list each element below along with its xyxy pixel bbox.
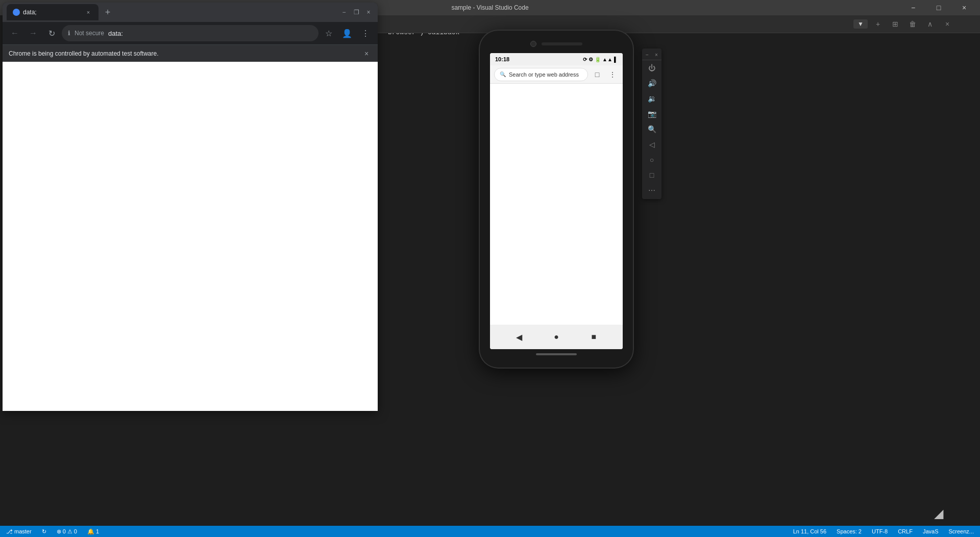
chrome-tab-close-btn[interactable]: × — [84, 8, 92, 16]
chrome-restore-btn[interactable]: ❐ — [351, 7, 361, 17]
phone-back-btn[interactable]: ◀ — [513, 331, 525, 343]
signal-icon: ▌ — [614, 57, 618, 62]
phone-address-lock-icon: 🔍 — [500, 71, 506, 77]
phone-speaker — [542, 42, 582, 45]
phone-address-text: Search or type web address — [509, 71, 579, 78]
expand-btn[interactable]: ∧ — [923, 17, 937, 31]
phone-menu-btn[interactable]: ⋮ — [606, 68, 619, 81]
chrome-infobar: Chrome is being controlled by automated … — [3, 44, 378, 62]
battery-icon: 🔋 — [595, 57, 601, 62]
zoom-icon: 🔍 — [648, 125, 656, 133]
chrome-tab-active[interactable]: data; × — [7, 4, 99, 20]
vscode-window-controls: − □ × — [901, 0, 976, 15]
split-editor-btn[interactable]: ⊞ — [888, 17, 902, 31]
line-endings-label: CRLF — [898, 528, 913, 534]
ln-col-label: Ln 11, Col 56 — [793, 528, 826, 534]
tool-back-btn[interactable]: ◁ — [644, 137, 659, 152]
chrome-infobar-close-btn[interactable]: × — [361, 48, 372, 59]
phone-recent-btn[interactable]: ■ — [587, 331, 600, 343]
encoding-item[interactable]: UTF-8 — [870, 526, 890, 537]
back-icon: ← — [11, 29, 19, 38]
settings-icon: ⚙ — [589, 57, 593, 62]
language-item[interactable]: JavaS — [921, 526, 941, 537]
notifications-item[interactable]: 🔔 1 — [85, 526, 101, 537]
tool-volume-up-btn[interactable]: 🔊 — [644, 76, 659, 91]
chrome-minimize-btn[interactable]: − — [339, 7, 349, 17]
toolbar-dropdown[interactable]: ▼ — [853, 19, 868, 29]
screenshot-label: Screenz... — [948, 528, 974, 534]
language-label: JavaS — [923, 528, 939, 534]
vscode-close-btn[interactable]: × — [952, 0, 976, 15]
statusbar-left: ⎇ master ↻ ⊗ 0 ⚠ 0 🔔 1 — [4, 526, 101, 537]
chrome-address-bar[interactable]: ℹ Not secure data: — [62, 25, 318, 41]
git-branch-icon: ⎇ — [6, 528, 13, 535]
volume-down-icon: 🔉 — [648, 94, 656, 103]
vscode-maximize-btn[interactable]: □ — [927, 0, 950, 15]
more-icon: ⋮ — [361, 29, 370, 38]
chrome-titlebar: data; × + − ❐ × — [3, 3, 378, 22]
chrome-back-btn[interactable]: ← — [7, 25, 23, 41]
chrome-reload-btn[interactable]: ↻ — [43, 25, 60, 41]
chrome-more-btn[interactable]: ⋮ — [357, 25, 374, 41]
phone-address-bar[interactable]: 🔍 Search or type web address — [494, 68, 588, 81]
reload-icon: ↻ — [48, 29, 55, 38]
line-endings-item[interactable]: CRLF — [896, 526, 915, 537]
spaces-label: Spaces: 2 — [837, 528, 862, 534]
warnings-count: 0 — [74, 528, 77, 534]
tool-power-btn[interactable]: ⏻ — [644, 60, 659, 76]
spaces-item[interactable]: Spaces: 2 — [835, 526, 864, 537]
warning-icon: ⚠ — [67, 528, 72, 535]
phone-statusbar: 10:18 ⟳ ⚙ 🔋 ▲▲ ▌ — [490, 53, 623, 65]
phone-home-btn[interactable]: ● — [550, 331, 562, 343]
tool-volume-down-btn[interactable]: 🔉 — [644, 91, 659, 106]
bookmark-icon: ☆ — [325, 29, 332, 38]
more-icon: ⋯ — [648, 186, 655, 194]
errors-item[interactable]: ⊗ 0 ⚠ 0 — [55, 526, 79, 537]
screenshot-item[interactable]: Screenz... — [946, 526, 976, 537]
vscode-top-toolbar: ▼ + ⊞ 🗑 ∧ × — [378, 15, 980, 33]
errors-count: 0 — [63, 528, 66, 534]
phone-top-bar — [485, 41, 628, 47]
close-icon: × — [366, 9, 370, 16]
tool-home-btn[interactable]: ○ — [644, 152, 659, 167]
device-tools-header: − × — [642, 50, 662, 60]
add-btn[interactable]: + — [871, 17, 885, 31]
camera-icon: 📷 — [648, 110, 656, 118]
tool-camera-btn[interactable]: 📷 — [644, 106, 659, 121]
chrome-bookmark-btn[interactable]: ☆ — [321, 25, 337, 41]
phone-browser-bar: 🔍 Search or type web address □ ⋮ — [490, 65, 623, 84]
tool-overview-btn[interactable]: □ — [644, 167, 659, 183]
tools-close-btn[interactable]: × — [652, 51, 660, 59]
vscode-editor: browser') callback — [378, 15, 980, 526]
notifications-count: 1 — [96, 528, 99, 534]
statusbar-right: Ln 11, Col 56 Spaces: 2 UTF-8 CRLF JavaS… — [791, 526, 976, 537]
chrome-forward-btn[interactable]: → — [25, 25, 41, 41]
git-branch-item[interactable]: ⎇ master — [4, 526, 34, 537]
chrome-content-area — [3, 62, 378, 411]
delete-btn[interactable]: 🗑 — [905, 17, 920, 31]
bell-icon: 🔔 — [87, 528, 94, 535]
chrome-new-tab-btn[interactable]: + — [101, 5, 115, 19]
vscode-minimize-btn[interactable]: − — [901, 0, 925, 15]
wifi-icon: ▲▲ — [602, 57, 612, 62]
home-icon: ○ — [650, 156, 654, 164]
tool-more-btn[interactable]: ⋯ — [644, 183, 659, 198]
git-sync-item[interactable]: ↻ — [40, 526, 48, 537]
back-icon: ◁ — [649, 140, 655, 149]
phone-bottom — [536, 349, 577, 359]
phone-tabs-btn[interactable]: □ — [591, 68, 603, 81]
phone-status-icons: ⟳ ⚙ 🔋 ▲▲ ▌ — [583, 57, 618, 62]
ln-col-item[interactable]: Ln 11, Col 56 — [791, 526, 828, 537]
phone-time: 10:18 — [495, 56, 509, 62]
rotate-icon: ⟳ — [583, 57, 587, 62]
tool-zoom-btn[interactable]: 🔍 — [644, 121, 659, 137]
device-tools-panel: − × ⏻ 🔊 🔉 📷 🔍 ◁ ○ □ ⋯ — [642, 48, 662, 199]
forward-icon: → — [29, 29, 37, 38]
chrome-favicon — [13, 9, 20, 16]
lock-icon: ℹ — [68, 30, 70, 37]
tools-minimize-btn[interactable]: − — [643, 51, 651, 59]
chrome-profile-btn[interactable]: 👤 — [339, 25, 355, 41]
power-icon: ⏻ — [648, 64, 655, 72]
chrome-close-btn[interactable]: × — [363, 7, 374, 17]
close-panel-btn[interactable]: × — [940, 17, 954, 31]
